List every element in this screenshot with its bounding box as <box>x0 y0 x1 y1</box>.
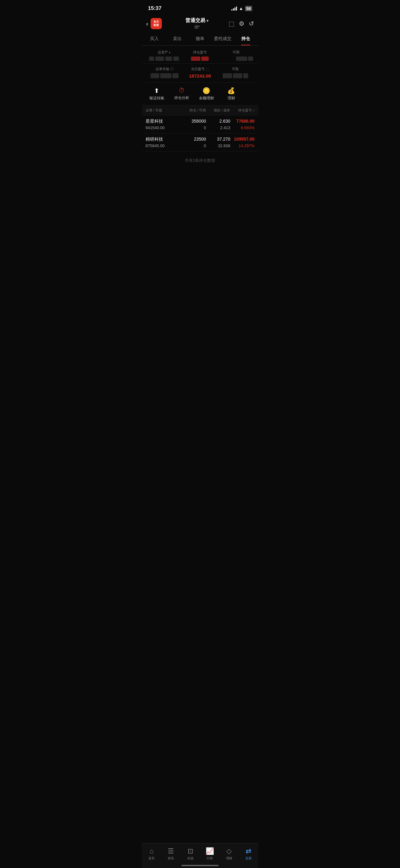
col-price-header: 现价 / 成本 <box>206 108 230 113</box>
daily-pnl-external-icon[interactable]: ⬚ <box>206 67 209 71</box>
current-price-2: 37.270 <box>206 136 230 142</box>
header-subtitle: 倪* <box>165 25 228 30</box>
balance-finance-icon: 🪙 <box>203 87 210 94</box>
wifi-icon: ▲ <box>239 6 243 11</box>
chevron-down-icon: ▾ <box>207 19 208 23</box>
stats-row-1: 总资产 › 持仓盈亏 可用 <box>142 45 258 64</box>
available-1: 0 <box>182 125 206 130</box>
daily-pnl-stat: 当日盈亏 ⬚ 187243.00 <box>182 67 218 79</box>
available-stat: 可用 <box>219 50 253 61</box>
refresh-icon[interactable]: ↺ <box>249 20 254 27</box>
header-center: 普通交易 ▾ 倪* <box>165 18 228 30</box>
settings-icon[interactable]: ⚙ <box>239 20 244 27</box>
stock-name-1: 星星科技 <box>146 119 182 124</box>
table-row[interactable]: 精研科技 23500 37.270 109557.00 875845.00 0 … <box>142 133 258 152</box>
tab-position[interactable]: 持仓 <box>234 32 257 45</box>
tab-buy[interactable]: 买入 <box>143 32 166 45</box>
tab-bar: 买入 卖出 撤单 委托成交 持仓 <box>142 32 258 45</box>
col-holdings-header: 持仓 / 可用 <box>182 108 206 113</box>
balance-finance-button[interactable]: 🪙 余额理财 <box>194 86 219 102</box>
pnl-value-1: 77686.00 <box>230 119 255 124</box>
holdings-2: 23500 <box>182 136 206 142</box>
col-security-header: 证券 / 市值 <box>146 108 182 113</box>
header: ‹ 东方财富 普通交易 ▾ 倪* ⬚ ⚙ ↺ <box>142 15 258 32</box>
col-pnl-header: 持仓盈亏 ≡ <box>230 108 255 113</box>
header-actions: ⬚ ⚙ ↺ <box>228 20 254 27</box>
bank-transfer-button[interactable]: ⬆ 银证转账 <box>145 86 169 102</box>
pnl-pct-1: 8.993% <box>230 125 255 130</box>
market-value-2: 875845.00 <box>146 144 182 148</box>
cost-price-2: 32.608 <box>206 144 230 148</box>
external-link-icon[interactable]: ⬚ <box>228 20 235 27</box>
pnl-value-2: 109557.00 <box>230 136 255 142</box>
market-value-1: 941540.00 <box>146 125 182 130</box>
stats-row-2: 证券市值 ⓘ 当日盈亏 ⬚ 187243.00 可取 <box>142 64 258 83</box>
status-bar: 15:37 ▲ 58 <box>142 0 258 15</box>
pnl-pct-2: 14.297% <box>230 144 255 148</box>
quick-actions-bar: ⬆ 银证转账 ⏱ 持仓分析 🪙 余额理财 💰 理财 <box>142 83 258 105</box>
bank-transfer-icon: ⬆ <box>154 87 159 94</box>
status-time: 15:37 <box>148 5 161 11</box>
assets-chevron-icon: › <box>169 50 170 55</box>
market-value-info-icon[interactable]: ⓘ <box>170 67 174 71</box>
position-analysis-icon: ⏱ <box>179 87 185 94</box>
market-value-stat: 证券市值 ⓘ <box>147 67 182 79</box>
tab-entrust[interactable]: 委托成交 <box>212 32 234 45</box>
status-icons: ▲ 58 <box>232 6 252 11</box>
tab-cancel[interactable]: 撤单 <box>188 32 211 45</box>
signal-icon <box>232 6 237 10</box>
footer-note: 共有2条持仓数据 <box>142 152 258 169</box>
total-assets-stat: 总资产 › <box>147 50 182 61</box>
tab-sell[interactable]: 卖出 <box>166 32 188 45</box>
finance-icon: 💰 <box>227 87 235 94</box>
finance-button[interactable]: 💰 理财 <box>219 86 244 102</box>
cost-price-1: 2.413 <box>206 125 230 130</box>
holdings-1: 358000 <box>182 119 206 124</box>
position-analysis-button[interactable]: ⏱ 持仓分析 <box>169 86 194 102</box>
header-title[interactable]: 普通交易 ▾ <box>165 18 228 24</box>
table-header: 证券 / 市值 持仓 / 可用 现价 / 成本 持仓盈亏 ≡ <box>142 105 258 116</box>
withdrawable-stat: 可取 <box>218 67 253 79</box>
table-row[interactable]: 星星科技 358000 2.630 77686.00 941540.00 0 2… <box>142 116 258 133</box>
position-pnl-stat: 持仓盈亏 <box>183 50 217 61</box>
app-logo: 东方财富 <box>151 18 162 29</box>
available-2: 0 <box>182 144 206 148</box>
stock-name-2: 精研科技 <box>146 136 182 142</box>
battery-icon: 58 <box>245 6 252 11</box>
back-button[interactable]: ‹ <box>146 20 149 27</box>
current-price-1: 2.630 <box>206 119 230 124</box>
